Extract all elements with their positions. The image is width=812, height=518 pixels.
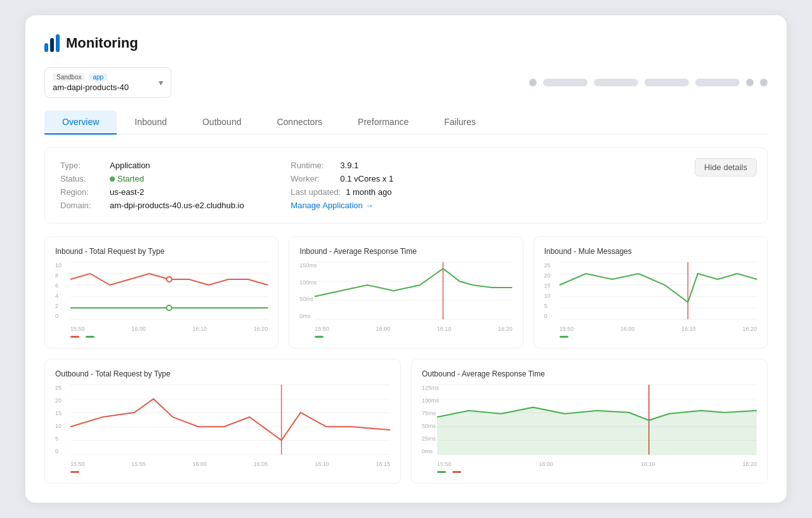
- legend-item-red3: [452, 471, 461, 473]
- chart-outbound-avg-area: 125ms100ms75ms50ms25ms0ms: [422, 385, 757, 467]
- tab-performance[interactable]: Preformance: [340, 110, 426, 135]
- legend-dot-green3: [560, 336, 568, 338]
- hide-details-button[interactable]: Hide details: [695, 158, 757, 176]
- chart-outbound-total-y-labels: 2520151050: [55, 385, 70, 455]
- legend-dot-red: [70, 336, 79, 338]
- chart-outbound-avg: Outbound - Average Response Time 125ms10…: [411, 359, 768, 484]
- chart-outbound-total-svg: [70, 385, 390, 455]
- tab-connectors[interactable]: Connectors: [259, 110, 340, 135]
- legend-dot-red2: [70, 471, 79, 473]
- charts-top-row: Inbound - Total Request by Type 1086420: [44, 236, 768, 349]
- chart-outbound-total-area: 2520151050: [55, 385, 390, 467]
- logo-bar-3: [56, 34, 60, 52]
- chart-inbound-mule-x-labels: 15:5016:0016:1016:20: [560, 326, 757, 332]
- sandbox-badge: Sandbox: [53, 73, 85, 81]
- toolbar-control-2: [594, 79, 638, 86]
- runtime-row: Runtime: 3.9.1: [291, 161, 521, 170]
- chart-inbound-mule-legend: [544, 336, 757, 338]
- chart-inbound-mule-y-labels: 2520151050: [544, 262, 560, 319]
- tab-failures[interactable]: Failures: [426, 110, 494, 135]
- legend-dot-green2: [315, 336, 324, 338]
- toolbar-indicator-dot-1: [529, 79, 537, 86]
- chart-outbound-total-legend: [55, 471, 390, 473]
- chart-inbound-avg: Inbound - Average Response Time 150ms100…: [289, 236, 523, 349]
- legend-item-green4: [437, 471, 446, 473]
- region-row: Region: us-east-2: [60, 187, 291, 197]
- chart-inbound-avg-svg: [315, 262, 512, 319]
- app-name-label: am-dapi-products-40: [53, 83, 129, 92]
- chart-inbound-total-x-labels: 15:5016:0016:1016:20: [70, 326, 268, 332]
- domain-value: am-dpi-products-40.us-e2.cludhub.io: [110, 201, 244, 210]
- worker-label: Worker:: [291, 174, 335, 183]
- charts-bottom-row: Outbound - Total Request by Type 2520151…: [44, 359, 768, 484]
- chart-inbound-mule: Inbound - Mule Messages 2520151050: [534, 236, 768, 349]
- chart-inbound-avg-y-labels: 150ms100ms50ms0ms: [299, 262, 315, 319]
- toolbar-indicator-dot-2: [746, 79, 754, 86]
- region-label: Region:: [60, 187, 105, 197]
- chart-inbound-total-legend: [55, 336, 268, 338]
- manage-row: Manage Application →: [291, 201, 521, 210]
- detail-section-mid: Runtime: 3.9.1 Worker: 0.1 vCores x 1 La…: [291, 161, 521, 210]
- chart-outbound-avg-y-labels: 125ms100ms75ms50ms25ms0ms: [422, 385, 437, 455]
- lastupdated-row: Last updated: 1 month ago: [291, 187, 521, 197]
- main-container: Monitoring Sandbox app am-dapi-products-…: [25, 15, 787, 503]
- legend-dot-green4: [437, 471, 446, 473]
- legend-dot-red3: [452, 471, 461, 473]
- chart-inbound-mule-area: 2520151050: [544, 262, 757, 332]
- region-value: us-east-2: [110, 187, 144, 197]
- toolbar-controls: [529, 79, 768, 86]
- logo-bar-1: [44, 43, 48, 52]
- svg-point-7: [167, 305, 172, 310]
- runtime-value: 3.9.1: [340, 161, 358, 170]
- chart-inbound-avg-x-labels: 15:5016:0016:1016:20: [315, 326, 512, 332]
- app-selector-tags: Sandbox app: [53, 73, 129, 81]
- chart-inbound-mule-svg: [560, 262, 757, 319]
- chart-outbound-total: Outbound - Total Request by Type 2520151…: [44, 359, 401, 484]
- lastupdated-value: 1 month ago: [346, 187, 391, 197]
- legend-item-green2: [315, 336, 324, 338]
- worker-row: Worker: 0.1 vCores x 1: [291, 174, 521, 183]
- toolbar-control-3: [645, 79, 689, 86]
- page-title: Monitoring: [66, 35, 138, 51]
- tab-outbound[interactable]: Outbound: [185, 110, 259, 135]
- chart-inbound-total-y-labels: 1086420: [55, 262, 70, 319]
- tab-bar: Overview Inbound Outbound Connectors Pre…: [44, 110, 768, 135]
- app-badge: app: [89, 73, 107, 81]
- worker-value: 0.1 vCores x 1: [340, 174, 393, 183]
- chart-inbound-avg-legend: [299, 336, 512, 338]
- app-header: Monitoring: [44, 34, 768, 52]
- chart-outbound-avg-title: Outbound - Average Response Time: [422, 369, 757, 378]
- status-label: Status:: [60, 174, 105, 183]
- type-label: Type:: [60, 161, 105, 170]
- tab-inbound[interactable]: Inbound: [117, 110, 185, 135]
- toolbar-control-4: [695, 79, 740, 86]
- logo-bar-2: [50, 38, 54, 52]
- toolbar: Sandbox app am-dapi-products-40 ▾: [44, 67, 768, 98]
- chevron-down-icon: ▾: [159, 77, 163, 88]
- chart-inbound-total-title: Inbound - Total Request by Type: [55, 247, 268, 256]
- tab-overview[interactable]: Overview: [44, 110, 117, 135]
- legend-item-green: [86, 336, 95, 338]
- detail-section-left: Type: Application Status: Started Region…: [60, 161, 291, 210]
- details-card: Type: Application Status: Started Region…: [44, 147, 768, 223]
- runtime-label: Runtime:: [291, 161, 335, 170]
- toolbar-control-1: [543, 79, 587, 86]
- chart-inbound-avg-area: 150ms100ms50ms0ms 15:5016:00: [299, 262, 512, 332]
- svg-marker-34: [437, 408, 757, 455]
- legend-dot-green: [86, 336, 95, 338]
- chart-outbound-avg-legend: [422, 471, 757, 473]
- type-row: Type: Application: [60, 161, 291, 170]
- status-value: Started: [110, 174, 144, 183]
- lastupdated-label: Last updated:: [291, 187, 341, 197]
- svg-point-6: [167, 277, 172, 282]
- legend-item-red: [70, 336, 79, 338]
- manage-application-link[interactable]: Manage Application →: [291, 201, 373, 210]
- chart-outbound-total-title: Outbound - Total Request by Type: [55, 369, 390, 378]
- chart-inbound-mule-title: Inbound - Mule Messages: [544, 247, 757, 256]
- chart-inbound-total-svg: [70, 262, 268, 319]
- app-selector-dropdown[interactable]: Sandbox app am-dapi-products-40 ▾: [44, 67, 171, 98]
- chart-outbound-avg-x-labels: 15:5016:0016:1016:20: [437, 461, 757, 467]
- chart-inbound-total: Inbound - Total Request by Type 1086420: [44, 236, 278, 349]
- app-selector-info: Sandbox app am-dapi-products-40: [53, 73, 129, 92]
- status-row: Status: Started: [60, 174, 291, 183]
